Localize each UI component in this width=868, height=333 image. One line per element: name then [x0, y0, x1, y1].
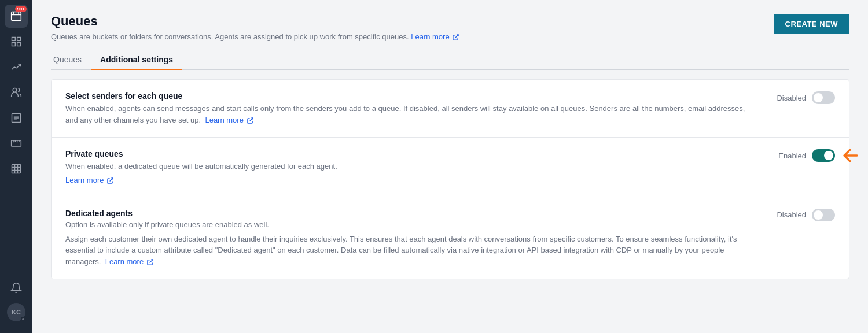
sidebar-item-people[interactable] [5, 81, 28, 104]
toggle-private-queues[interactable] [812, 149, 835, 162]
setting-row-dedicated-agents: Dedicated agents Option is available onl… [52, 197, 849, 279]
sidebar-item-grid[interactable] [5, 30, 28, 53]
page-subtitle: Queues are buckets or folders for conver… [51, 32, 849, 41]
notification-badge: 99+ [15, 6, 27, 12]
svg-rect-7 [12, 140, 21, 146]
setting-row-select-senders: Select senders for each queue When enabl… [52, 80, 849, 138]
svg-rect-4 [17, 43, 21, 46]
main-content: CREATE NEW Queues Queues are buckets or … [32, 0, 868, 333]
setting-control-wrapper-private-queues: Enabled [771, 149, 835, 162]
setting-row-private-queues: Private queues When enabled, a dedicated… [52, 138, 849, 197]
toggle-knob-private-queues [824, 151, 833, 160]
sidebar-item-inbox[interactable]: 99+ [5, 5, 28, 28]
setting-title-private-queues: Private queues [65, 149, 757, 158]
setting-subtitle-dedicated-agents: Option is available only if private queu… [65, 220, 757, 229]
setting-control-select-senders: Disabled [771, 91, 835, 104]
setting-info-private-queues: Private queues When enabled, a dedicated… [65, 149, 757, 185]
toggle-knob-dedicated-agents [814, 210, 823, 220]
notifications-button[interactable] [6, 278, 27, 298]
setting-status-select-senders: Disabled [777, 94, 806, 102]
svg-rect-8 [12, 165, 21, 173]
setting-info-dedicated-agents: Dedicated agents Option is available onl… [65, 209, 757, 268]
private-queues-learn-more[interactable]: Learn more [65, 176, 113, 184]
setting-info-select-senders: Select senders for each queue When enabl… [65, 91, 757, 125]
avatar[interactable]: KC [7, 303, 25, 321]
svg-rect-2 [17, 38, 21, 41]
setting-title-dedicated-agents: Dedicated agents [65, 209, 757, 218]
setting-desc-dedicated-agents: Assign each customer their own dedicated… [65, 234, 757, 268]
dedicated-agents-learn-more[interactable]: Learn more [103, 257, 153, 266]
sidebar-item-chart[interactable] [5, 56, 28, 79]
content-area: CREATE NEW Queues Queues are buckets or … [32, 0, 868, 333]
avatar-status-dot [21, 317, 25, 321]
tab-additional-settings[interactable]: Additional settings [91, 50, 182, 70]
sidebar-item-ruler[interactable] [5, 132, 28, 155]
setting-desc-select-senders: When enabled, agents can send messages a… [65, 103, 757, 125]
avatar-initials: KC [12, 309, 21, 316]
svg-rect-3 [12, 43, 16, 46]
arrow-indicator [840, 147, 858, 164]
settings-container: Select senders for each queue When enabl… [51, 79, 849, 279]
setting-title-select-senders: Select senders for each queue [65, 91, 757, 101]
svg-point-5 [13, 88, 17, 92]
svg-rect-0 [12, 12, 21, 21]
sidebar-item-list[interactable] [5, 106, 28, 130]
page-title: Queues [51, 14, 849, 29]
sidebar: 99+ [0, 0, 32, 333]
sidebar-item-table[interactable] [5, 157, 28, 180]
header-learn-more-link[interactable]: Learn more [411, 32, 459, 41]
setting-control-private-queues: Enabled [771, 149, 835, 162]
toggle-knob-select-senders [814, 93, 823, 102]
setting-status-private-queues: Enabled [778, 151, 806, 160]
tabs: Queues Additional settings [51, 50, 849, 70]
tab-queues[interactable]: Queues [51, 50, 91, 70]
create-new-button[interactable]: CREATE NEW [774, 14, 849, 34]
toggle-select-senders[interactable] [812, 91, 835, 104]
toggle-dedicated-agents[interactable] [812, 209, 835, 221]
svg-rect-1 [12, 38, 16, 41]
setting-status-dedicated-agents: Disabled [777, 210, 806, 219]
select-senders-learn-more[interactable]: Learn more [203, 116, 253, 124]
setting-control-dedicated-agents: Disabled [771, 209, 835, 221]
setting-desc-private-queues: When enabled, a dedicated queue will be … [65, 161, 757, 172]
